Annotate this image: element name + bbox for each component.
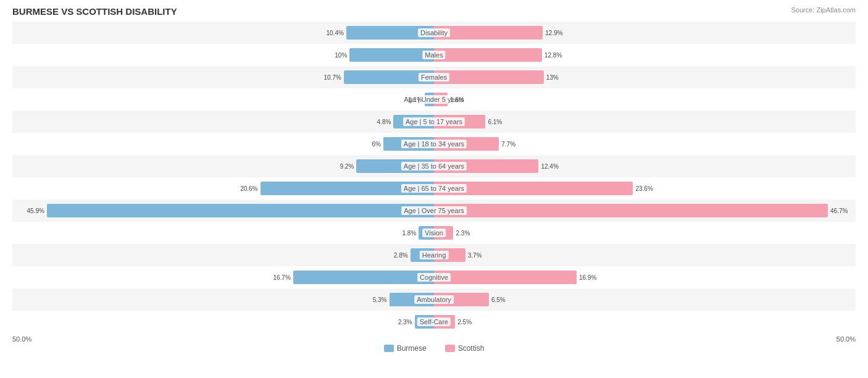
source-text: Source: ZipAtlas.com	[791, 6, 856, 14]
bar-row: Cognitive16.7%16.9%	[12, 266, 856, 288]
scottish-value: 12.9%	[545, 30, 562, 36]
bar-row: Age | 18 to 34 years6%7.7%	[12, 133, 856, 155]
scottish-value: 12.8%	[545, 52, 562, 59]
bars-area: Disability10.4%12.9%Males10%12.8%Females…	[12, 22, 856, 333]
bar-label: Males	[422, 51, 445, 59]
bar-label: Age | Over 75 years	[401, 206, 467, 215]
scottish-label: Scottish	[458, 344, 485, 353]
bar-inner: Age | 5 to 17 years4.8%6.1%	[12, 111, 856, 133]
bar-label: Disability	[418, 28, 450, 37]
scottish-value: 6.5%	[491, 296, 506, 303]
burmese-value: 4.8%	[377, 119, 391, 125]
bar-inner: Males10%12.8%	[12, 44, 856, 66]
bar-label: Age | 18 to 34 years	[401, 140, 467, 148]
bar-inner: Age | 18 to 34 years6%7.7%	[12, 133, 856, 155]
burmese-value: 2.8%	[394, 252, 408, 259]
chart-title: BURMESE VS SCOTTISH DISABILITY	[12, 6, 177, 17]
bar-label: Females	[419, 73, 449, 82]
bar-row: Males10%12.8%	[12, 44, 856, 66]
scottish-swatch	[445, 345, 455, 352]
burmese-value: 10%	[335, 52, 347, 59]
burmese-value: 1.8%	[403, 230, 417, 237]
scottish-value: 3.7%	[468, 252, 482, 259]
bar-inner: Vision1.8%2.3%	[12, 222, 856, 244]
bar-label: Age | 65 to 74 years	[401, 184, 467, 193]
scottish-value: 23.6%	[635, 185, 653, 192]
burmese-value: 1.1%	[408, 96, 422, 103]
bar-row: Ambulatory5.3%6.5%	[12, 288, 856, 311]
scottish-bar	[434, 204, 828, 217]
burmese-value: 20.6%	[240, 185, 257, 192]
burmese-value: 2.3%	[398, 319, 412, 326]
scottish-value: 13%	[546, 74, 559, 81]
bar-inner: Age | 65 to 74 years20.6%23.6%	[12, 177, 856, 200]
bar-row: Age | 65 to 74 years20.6%23.6%	[12, 177, 856, 200]
bar-inner: Hearing2.8%3.7%	[12, 244, 856, 266]
scottish-value: 6.1%	[488, 119, 502, 125]
bar-inner: Self-Care2.3%2.5%	[12, 311, 856, 333]
scottish-bar	[434, 48, 542, 62]
burmese-swatch	[384, 345, 394, 352]
scottish-value: 16.9%	[579, 274, 596, 281]
bar-inner: Females10.7%13%	[12, 66, 856, 88]
bar-row: Disability10.4%12.9%	[12, 22, 856, 44]
bar-inner: Ambulatory5.3%6.5%	[12, 288, 856, 311]
bar-inner: Disability10.4%12.9%	[12, 22, 856, 44]
burmese-value: 10.4%	[326, 30, 343, 36]
bar-inner: Age | Under 5 years1.1%1.6%	[12, 88, 856, 111]
chart-container: BURMESE VS SCOTTISH DISABILITY Source: Z…	[0, 0, 868, 378]
burmese-value: 6%	[372, 141, 381, 148]
scottish-bar	[434, 26, 543, 40]
burmese-value: 45.9%	[27, 208, 44, 214]
bar-label: Cognitive	[417, 273, 451, 282]
bar-row: Vision1.8%2.3%	[12, 222, 856, 244]
bar-inner: Age | Over 75 years45.9%46.7%	[12, 200, 856, 222]
bar-row: Self-Care2.3%2.5%	[12, 311, 856, 333]
bar-row: Hearing2.8%3.7%	[12, 244, 856, 266]
bar-row: Age | Over 75 years45.9%46.7%	[12, 200, 856, 222]
burmese-value: 5.3%	[373, 296, 387, 303]
scottish-value: 12.4%	[541, 163, 558, 170]
bar-row: Females10.7%13%	[12, 66, 856, 88]
axis-right: 50.0%	[837, 335, 856, 343]
bar-row: Age | Under 5 years1.1%1.6%	[12, 88, 856, 111]
burmese-value: 10.7%	[323, 74, 341, 81]
scottish-bar	[434, 271, 577, 284]
bar-label: Ambulatory	[414, 295, 454, 304]
bar-inner: Cognitive16.7%16.9%	[12, 266, 856, 288]
scottish-value: 2.5%	[457, 319, 472, 326]
scottish-bar	[434, 70, 544, 84]
scottish-value: 1.6%	[450, 96, 464, 103]
bar-row: Age | 35 to 64 years9.2%12.4%	[12, 155, 856, 177]
burmese-value: 9.2%	[340, 163, 354, 170]
burmese-bar	[47, 204, 434, 217]
burmese-value: 16.7%	[273, 274, 290, 281]
title-row: BURMESE VS SCOTTISH DISABILITY Source: Z…	[12, 6, 856, 17]
scottish-value: 2.3%	[456, 230, 470, 237]
bar-label: Hearing	[420, 251, 449, 259]
burmese-label: Burmese	[397, 344, 427, 353]
bar-row: Age | 5 to 17 years4.8%6.1%	[12, 111, 856, 133]
burmese-bar	[349, 48, 434, 62]
scottish-value: 46.7%	[830, 208, 848, 214]
bar-label: Age | 5 to 17 years	[403, 117, 465, 126]
bar-label: Age | 35 to 64 years	[401, 162, 467, 170]
burmese-legend: Burmese	[384, 344, 427, 353]
axis-left: 50.0%	[12, 335, 31, 343]
axis-row: 50.0% 50.0%	[12, 335, 856, 343]
bar-label: Self-Care	[417, 317, 451, 326]
bar-label: Vision	[422, 229, 446, 237]
scottish-legend: Scottish	[445, 344, 485, 353]
bar-inner: Age | 35 to 64 years9.2%12.4%	[12, 155, 856, 177]
legend-row: Burmese Scottish	[12, 344, 856, 353]
scottish-value: 7.7%	[501, 141, 515, 148]
burmese-bar	[293, 271, 434, 284]
